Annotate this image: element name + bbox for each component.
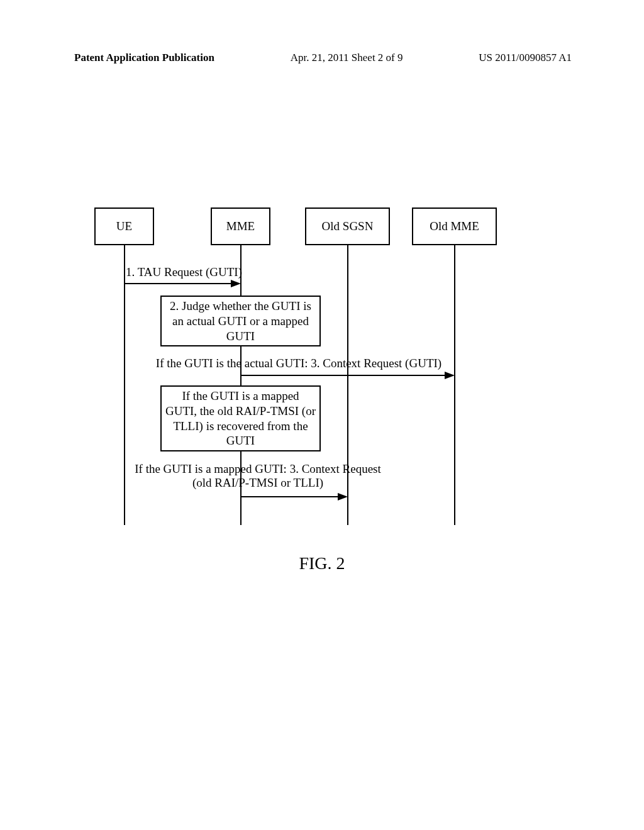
actor-old-sgsn: Old SGSN (305, 208, 390, 245)
message-3c-arrow (241, 496, 340, 497)
header-center-text: Apr. 21, 2011 Sheet 2 of 9 (291, 52, 403, 64)
note-2-box: 2. Judge whether the GUTI is an actual G… (160, 296, 321, 346)
message-3c-label: If the GUTI is a mapped GUTI: 3. Context… (116, 462, 399, 490)
message-1-label: 1. TAU Request (GUTI) (126, 265, 242, 279)
message-3c-line1: If the GUTI is a mapped GUTI: 3. Context… (135, 462, 381, 475)
message-3c-arrowhead-icon (338, 493, 348, 501)
actor-ue: UE (94, 208, 154, 245)
actor-ue-label: UE (116, 219, 132, 233)
message-1-arrowhead-icon (231, 280, 241, 287)
message-3a-label: If the GUTI is the actual GUTI: 3. Conte… (135, 357, 462, 370)
message-1-arrow (125, 283, 233, 284)
message-3a-arrow (241, 375, 447, 376)
note-3b-text: If the GUTI is a mapped GUTI, the old RA… (165, 389, 316, 447)
sequence-diagram: UE MME Old SGSN Old MME 1. TAU Request (… (91, 208, 544, 541)
actor-mme: MME (211, 208, 270, 245)
page-header: Patent Application Publication Apr. 21, … (0, 52, 644, 64)
actor-mme-label: MME (226, 219, 255, 233)
actor-old-mme-label: Old MME (430, 219, 479, 233)
note-3b-box: If the GUTI is a mapped GUTI, the old RA… (160, 385, 321, 451)
figure-label: FIG. 2 (0, 553, 644, 573)
actor-old-sgsn-label: Old SGSN (322, 219, 374, 233)
note-2-text: 2. Judge whether the GUTI is an actual G… (170, 299, 311, 343)
lifeline-old-mme (454, 245, 455, 525)
message-3c-line2: (old RAI/P-TMSI or TLLI) (192, 476, 323, 489)
header-right-text: US 2011/0090857 A1 (479, 52, 572, 64)
actor-old-mme: Old MME (412, 208, 497, 245)
message-3a-arrowhead-icon (445, 372, 455, 379)
header-left-text: Patent Application Publication (74, 52, 214, 64)
